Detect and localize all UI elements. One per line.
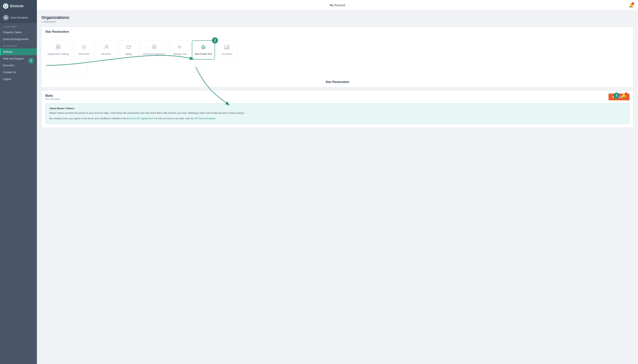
billing-icon — [126, 44, 132, 51]
svg-point-26 — [204, 47, 204, 48]
organizations-subtitle: 1 Organization — [42, 20, 633, 23]
sidebar-item-contact-us[interactable]: Contact Us — [0, 69, 37, 76]
secondary-bell-badge: 1 — [625, 92, 627, 95]
bots-icon — [201, 44, 206, 51]
sidebar-item-label: External Assignments — [3, 38, 29, 41]
encircle-logo-icon: e — [3, 4, 8, 9]
org-name: Star Restoration — [42, 27, 633, 37]
sidebar-item-logout[interactable]: Logout — [0, 76, 37, 82]
bell-badge: 1 — [631, 2, 634, 5]
bots-header: Bots Star Restoration Create Bot — [42, 90, 633, 104]
tile-billing[interactable]: Billing — [118, 40, 139, 60]
step-3-circle: 3 — [613, 92, 620, 99]
tile-manage-lists-label: Manage Lists — [173, 53, 187, 56]
content-area: Organizations 1 Organization Star Restor… — [37, 10, 638, 364]
job-status-icon — [224, 44, 230, 51]
svg-point-28 — [203, 45, 204, 46]
sidebar-logo: e Encircle — [0, 0, 37, 12]
user-name: Anna Donahoo — [11, 16, 28, 19]
svg-point-25 — [202, 47, 203, 48]
user-profile: AD Anna Donahoo — [0, 12, 37, 23]
tile-sm-2 — [67, 64, 88, 76]
secondary-bell[interactable]: 🔔 1 — [621, 93, 627, 98]
svg-text:e: e — [5, 5, 6, 7]
info-line1: Bearer tokens provide full access to you… — [49, 111, 625, 115]
tile-external-assignments[interactable]: External Assignments — [141, 40, 168, 60]
sidebar-item-label: Logout — [3, 78, 11, 80]
api-agreement-link[interactable]: Encircle API Agreement — [127, 117, 153, 120]
tiles-row-2 — [42, 63, 633, 79]
section-label-my-account: MY ACCOUNT — [0, 42, 37, 48]
organizations-card: Star Restoration Organization Sett — [42, 27, 633, 87]
tile-sm-1 — [45, 64, 66, 76]
sub-org-name: Star Restoration — [42, 79, 633, 87]
tile-external-assignments-label: External Assignments — [143, 53, 165, 56]
svg-rect-31 — [226, 47, 227, 49]
sidebar-item-label: Help and Support — [3, 57, 24, 60]
svg-point-6 — [82, 45, 86, 49]
tile-job-status-label: Job Status — [222, 53, 232, 56]
info-title: About Bearer Tokens: — [49, 107, 75, 110]
page-title: My Account — [330, 4, 345, 7]
header: My Account 🔔 1 — [37, 0, 638, 10]
info-line2-mid: . For info on how to use bots, visit our — [153, 117, 194, 120]
bearer-tokens-info: About Bearer Tokens: Bearer tokens provi… — [45, 104, 629, 124]
sidebar-item-label: Contact Us — [3, 71, 16, 74]
tile-members[interactable]: Members — [96, 40, 117, 60]
bots-title: Bots — [45, 94, 60, 98]
info-line2: By creating a bot, you agree to the term… — [49, 116, 625, 120]
tile-brand-info[interactable]: Brand Info — [74, 40, 94, 60]
tile-job-status[interactable]: Job Status — [216, 40, 237, 60]
api-docs-link[interactable]: API Documentation — [194, 117, 215, 120]
svg-rect-4 — [56, 47, 58, 49]
bots-subtitle: Star Restoration — [45, 98, 60, 100]
sidebar-item-external-assignments[interactable]: External Assignments — [0, 36, 37, 42]
svg-rect-10 — [127, 46, 131, 48]
organizations-title: Organizations — [42, 15, 633, 20]
external-assignments-icon — [151, 44, 157, 51]
svg-point-7 — [83, 46, 85, 48]
tile-billing-label: Billing — [126, 53, 132, 56]
svg-rect-32 — [228, 46, 229, 49]
info-line2-post: . — [215, 117, 216, 120]
manage-lists-icon — [177, 44, 183, 51]
svg-rect-3 — [59, 45, 60, 47]
app-name: Encircle — [10, 4, 24, 8]
avatar: AD — [3, 15, 9, 20]
section-label-claim-inbox: CLAIM INBOX — [0, 23, 37, 29]
sidebar-item-property-claims[interactable]: Property Claims — [0, 29, 37, 36]
svg-point-23 — [178, 48, 179, 48]
brand-info-icon — [81, 44, 87, 51]
members-icon — [104, 44, 109, 51]
sidebar: e Encircle AD Anna Donahoo CLAIM INBOX P… — [0, 0, 37, 364]
tile-manage-lists[interactable]: Manage Lists — [170, 40, 190, 60]
svg-rect-30 — [225, 48, 226, 49]
info-line2-pre: By creating a bot, you agree to the term… — [49, 117, 127, 120]
sidebar-item-label: Settings — [3, 50, 13, 53]
tile-org-settings-label: Organization Settings — [48, 53, 69, 56]
svg-point-22 — [178, 47, 179, 48]
bots-card: Bots Star Restoration Create Bot About B… — [42, 90, 633, 128]
main-content: My Account 🔔 1 Organizations 1 Organizat… — [37, 0, 638, 364]
tile-members-label: Members — [102, 53, 111, 56]
sidebar-item-settings[interactable]: Settings — [0, 48, 37, 55]
tile-bots[interactable]: Bots (Public API) 2 — [192, 40, 215, 60]
settings-tiles: Organization Settings Brand Info — [42, 37, 633, 63]
step-1-circle: 1 — [28, 58, 34, 64]
sidebar-item-label: EncircleU — [3, 64, 14, 67]
step-2-circle: 2 — [212, 38, 218, 44]
svg-rect-2 — [56, 45, 58, 47]
notification-bell[interactable]: 🔔 1 — [629, 3, 633, 8]
svg-point-21 — [178, 46, 179, 46]
tile-brand-info-label: Brand Info — [79, 53, 89, 56]
org-settings-icon — [56, 44, 61, 51]
tile-org-settings[interactable]: Organization Settings — [45, 40, 72, 60]
sidebar-item-label: Property Claims — [3, 31, 22, 34]
tile-bots-label: Bots (Public API) — [195, 53, 212, 56]
